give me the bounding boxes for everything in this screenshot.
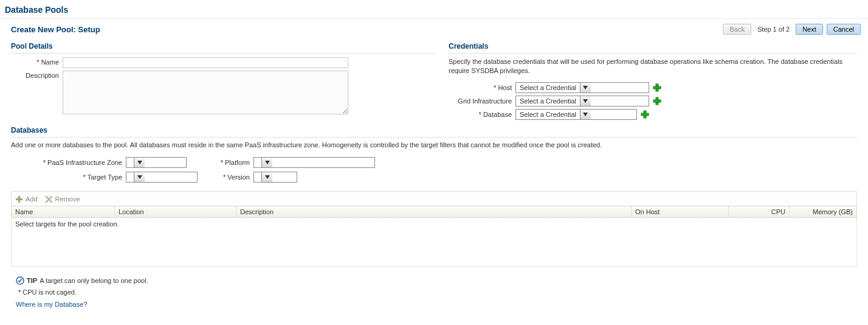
chevron-down-icon[interactable] bbox=[580, 83, 591, 93]
page-title: Database Pools bbox=[0, 0, 868, 19]
svg-rect-7 bbox=[16, 198, 22, 200]
grid-label: Grid Infrastructure bbox=[449, 97, 515, 105]
wizard-nav: Back Step 1 of 2 Next Cancel bbox=[723, 24, 861, 35]
chevron-down-icon[interactable] bbox=[261, 158, 272, 167]
version-label: Version bbox=[216, 173, 253, 181]
database-cred-label: Database bbox=[449, 111, 515, 118]
tip-label: TIP bbox=[27, 277, 37, 284]
col-name[interactable]: Name bbox=[12, 206, 115, 217]
table-header-row: Name Location Description On Host CPU Me… bbox=[11, 206, 857, 218]
cancel-button[interactable]: Cancel bbox=[827, 24, 861, 35]
col-on-host[interactable]: On Host bbox=[632, 206, 729, 217]
plus-icon bbox=[15, 195, 23, 203]
add-button[interactable]: Add bbox=[15, 195, 38, 203]
step-indicator: Step 1 of 2 bbox=[755, 26, 792, 33]
target-type-label: Target Type bbox=[19, 173, 126, 181]
description-textarea[interactable] bbox=[63, 71, 348, 114]
host-credential-select[interactable]: Select a Credential bbox=[515, 82, 649, 93]
platform-label: Platform bbox=[216, 159, 253, 166]
zone-select[interactable] bbox=[126, 157, 187, 168]
description-label: Description bbox=[11, 71, 63, 79]
zone-label: PaaS Infrastructure Zone bbox=[19, 159, 126, 166]
chevron-down-icon[interactable] bbox=[580, 110, 591, 119]
name-label: Name bbox=[11, 57, 63, 66]
credentials-description: Specify the database credentials that wi… bbox=[449, 57, 857, 76]
add-database-credential-icon[interactable] bbox=[641, 110, 649, 119]
add-host-credential-icon[interactable] bbox=[653, 83, 661, 92]
database-credential-select[interactable]: Select a Credential bbox=[515, 109, 637, 120]
databases-header: Databases bbox=[11, 125, 857, 138]
target-type-select[interactable] bbox=[126, 172, 198, 183]
credentials-header: Credentials bbox=[449, 41, 857, 54]
col-description[interactable]: Description bbox=[236, 206, 632, 217]
add-grid-credential-icon[interactable] bbox=[653, 97, 661, 105]
remove-button[interactable]: Remove bbox=[45, 195, 80, 203]
chevron-down-icon[interactable] bbox=[580, 96, 591, 106]
version-select[interactable] bbox=[253, 172, 297, 183]
grid-credential-select[interactable]: Select a Credential bbox=[515, 96, 649, 107]
table-toolbar: Add Remove bbox=[11, 191, 857, 206]
name-input[interactable] bbox=[63, 57, 348, 68]
x-icon bbox=[45, 195, 53, 203]
where-is-my-database-link[interactable]: Where is my Database? bbox=[16, 301, 857, 308]
databases-description: Add one or more databases to the pool. A… bbox=[11, 141, 857, 149]
cpu-footnote: * CPU is not caged. bbox=[18, 288, 857, 296]
next-button[interactable]: Next bbox=[796, 24, 823, 35]
svg-rect-3 bbox=[653, 100, 661, 102]
tip-text: A target can only belong to one pool. bbox=[40, 277, 148, 284]
table-empty-text: Select targets for the pool creation. bbox=[15, 220, 119, 228]
tip-icon bbox=[16, 276, 24, 285]
svg-rect-5 bbox=[641, 113, 649, 116]
host-label: Host bbox=[449, 84, 515, 91]
table-body: Select targets for the pool creation. bbox=[11, 218, 857, 267]
back-button[interactable]: Back bbox=[723, 24, 751, 35]
svg-rect-1 bbox=[653, 86, 661, 89]
col-cpu[interactable]: CPU bbox=[729, 206, 790, 217]
col-memory[interactable]: Memory (GB) bbox=[790, 206, 856, 217]
chevron-down-icon[interactable] bbox=[134, 158, 145, 167]
chevron-down-icon[interactable] bbox=[261, 172, 272, 182]
platform-select[interactable] bbox=[253, 157, 375, 168]
pool-details-header: Pool Details bbox=[11, 41, 436, 54]
chevron-down-icon[interactable] bbox=[134, 172, 145, 182]
page-subtitle: Create New Pool: Setup bbox=[11, 25, 100, 34]
col-location[interactable]: Location bbox=[115, 206, 236, 217]
